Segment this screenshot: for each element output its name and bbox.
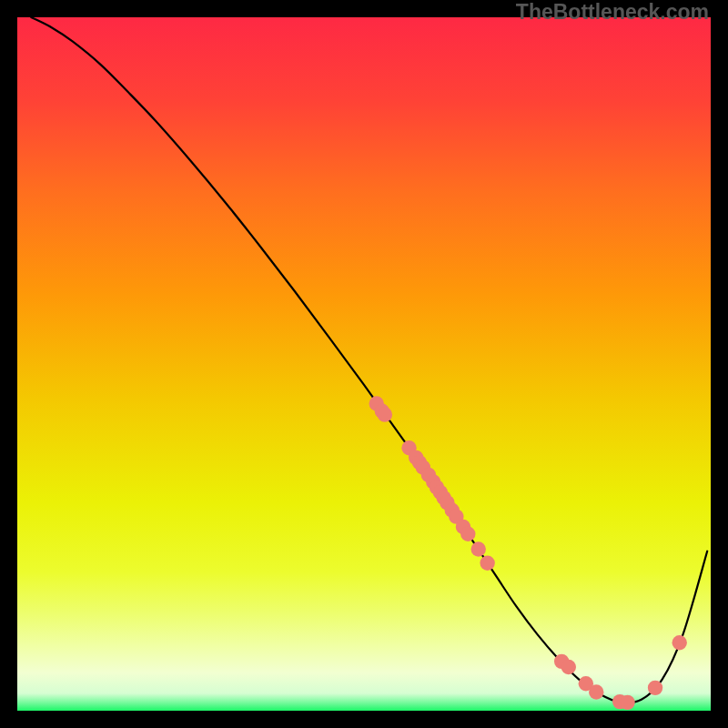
data-point <box>672 635 687 650</box>
chart-frame <box>17 17 711 711</box>
data-point <box>561 660 576 674</box>
data-point <box>648 681 662 695</box>
bottleneck-chart <box>17 17 711 711</box>
data-point <box>471 541 486 556</box>
watermark-text: TheBottleneck.com <box>516 0 709 25</box>
data-point <box>460 526 475 541</box>
data-point <box>589 684 603 699</box>
data-point <box>620 695 634 710</box>
data-point <box>378 407 392 421</box>
gradient-background <box>17 17 711 711</box>
data-point <box>480 555 494 570</box>
